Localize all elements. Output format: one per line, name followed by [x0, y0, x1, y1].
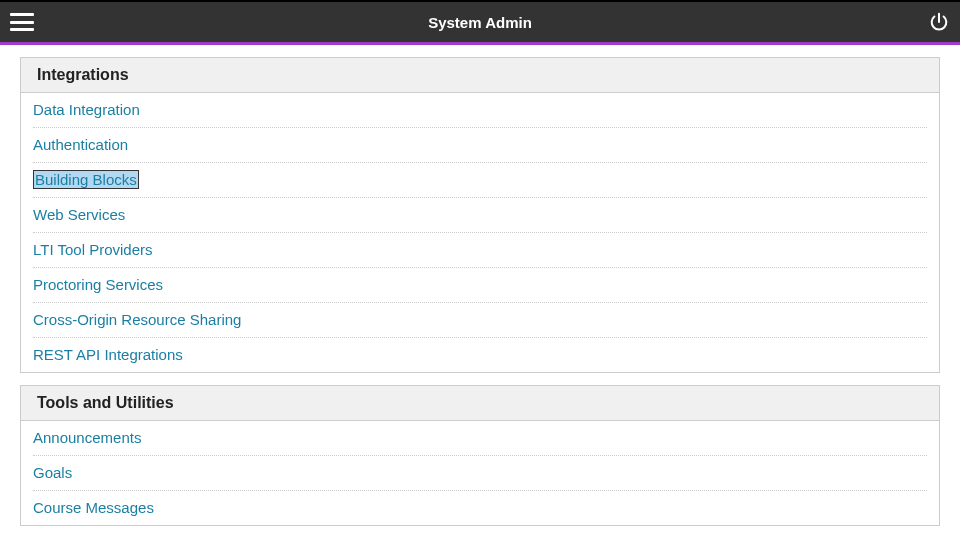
- list-item: Data Integration: [33, 93, 927, 128]
- list-item: Authentication: [33, 128, 927, 163]
- list-item: Proctoring Services: [33, 268, 927, 303]
- link-proctoring-services[interactable]: Proctoring Services: [33, 276, 163, 293]
- list-item: Cross-Origin Resource Sharing: [33, 303, 927, 338]
- link-announcements[interactable]: Announcements: [33, 429, 141, 446]
- panel-header-integrations: Integrations: [21, 58, 939, 93]
- link-goals[interactable]: Goals: [33, 464, 72, 481]
- list-item: Building Blocks: [33, 163, 927, 198]
- link-data-integration[interactable]: Data Integration: [33, 101, 140, 118]
- list-item: Web Services: [33, 198, 927, 233]
- panel-tools-utilities: Tools and Utilities Announcements Goals …: [20, 385, 940, 526]
- list-item: LTI Tool Providers: [33, 233, 927, 268]
- power-icon[interactable]: [928, 11, 950, 33]
- panel-integrations: Integrations Data Integration Authentica…: [20, 57, 940, 373]
- content: Integrations Data Integration Authentica…: [0, 45, 960, 526]
- link-cors[interactable]: Cross-Origin Resource Sharing: [33, 311, 241, 328]
- list-item: Course Messages: [33, 491, 927, 525]
- link-authentication[interactable]: Authentication: [33, 136, 128, 153]
- panel-body-integrations: Data Integration Authentication Building…: [21, 93, 939, 372]
- link-course-messages[interactable]: Course Messages: [33, 499, 154, 516]
- panel-body-tools: Announcements Goals Course Messages: [21, 421, 939, 525]
- panel-header-tools: Tools and Utilities: [21, 386, 939, 421]
- link-building-blocks[interactable]: Building Blocks: [33, 170, 139, 189]
- list-item: Goals: [33, 456, 927, 491]
- page-title: System Admin: [428, 14, 532, 31]
- list-item: Announcements: [33, 421, 927, 456]
- topbar: System Admin: [0, 0, 960, 42]
- link-web-services[interactable]: Web Services: [33, 206, 125, 223]
- link-lti-tool-providers[interactable]: LTI Tool Providers: [33, 241, 153, 258]
- link-rest-api-integrations[interactable]: REST API Integrations: [33, 346, 183, 363]
- menu-icon[interactable]: [10, 13, 34, 31]
- list-item: REST API Integrations: [33, 338, 927, 372]
